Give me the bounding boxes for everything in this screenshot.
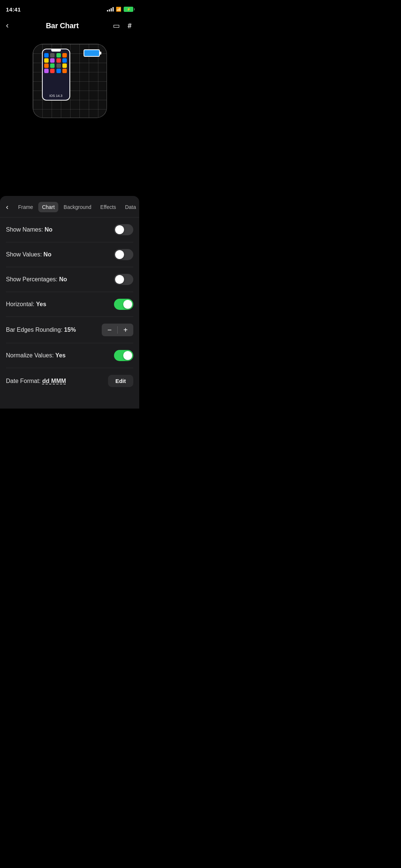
app-grid <box>43 52 69 74</box>
toggle-knob <box>115 250 124 259</box>
settings-section: Show Names: No Show Values: No Show Perc… <box>0 217 139 394</box>
tab-effects[interactable]: Effects <box>97 202 120 212</box>
show-percentages-label: Show Percentages: No <box>6 276 67 283</box>
app-icon <box>50 69 55 73</box>
tab-background[interactable]: Background <box>60 202 95 212</box>
app-icon <box>50 58 55 63</box>
app-icon <box>62 69 67 73</box>
app-icon <box>62 63 67 68</box>
show-values-toggle[interactable] <box>114 249 133 260</box>
tab-chart[interactable]: Chart <box>38 202 58 212</box>
app-icon <box>56 69 61 73</box>
black-spacer <box>0 129 139 196</box>
toggle-knob <box>115 225 124 234</box>
phone-icon[interactable]: ▭ <box>113 21 120 30</box>
signal-icon <box>107 7 114 12</box>
normalize-values-toggle[interactable] <box>114 350 133 361</box>
toggle-knob <box>115 275 124 284</box>
app-icon <box>62 53 67 58</box>
ios-label: iOS 14.3 <box>43 94 69 98</box>
wifi-icon: 📶 <box>116 7 121 12</box>
stepper-minus-button[interactable]: − <box>102 324 117 336</box>
show-names-label: Show Names: No <box>6 226 52 233</box>
app-icon <box>44 63 49 68</box>
tab-data[interactable]: Data <box>121 202 139 212</box>
back-button[interactable]: ‹ <box>6 19 12 32</box>
bottom-panel: ‹ Frame Chart Background Effects Data Sh… <box>0 196 139 409</box>
show-percentages-row: Show Percentages: No <box>6 267 133 292</box>
widget-battery-bar <box>84 49 100 57</box>
status-icons: 📶 ⚡ <box>107 7 133 12</box>
show-values-label: Show Values: No <box>6 251 51 258</box>
app-icon <box>50 53 55 58</box>
normalize-values-row: Normalize Values: Yes <box>6 343 133 368</box>
app-icon <box>44 69 49 73</box>
show-names-toggle[interactable] <box>114 224 133 235</box>
panel-back-button[interactable]: ‹ <box>3 201 12 213</box>
toggle-knob <box>123 300 132 309</box>
show-values-row: Show Values: No <box>6 242 133 267</box>
nav-right-icons: ▭ ＃ <box>113 21 133 31</box>
horizontal-row: Horizontal: Yes <box>6 292 133 317</box>
status-bar: 14:41 📶 ⚡ <box>0 0 139 16</box>
app-icon <box>56 63 61 68</box>
app-icon <box>50 63 55 68</box>
app-icon <box>56 58 61 63</box>
show-names-row: Show Names: No <box>6 217 133 242</box>
status-time: 14:41 <box>6 6 21 13</box>
stepper-plus-button[interactable]: + <box>118 324 133 336</box>
date-format-label: Date Format: dd MMM <box>6 378 66 384</box>
phone-mockup: iOS 14.3 <box>42 49 70 101</box>
tab-bar: ‹ Frame Chart Background Effects Data <box>0 196 139 217</box>
nav-header: ‹ Bar Chart ▭ ＃ <box>0 16 139 36</box>
bar-edges-rounding-label: Bar Edges Rounding: 15% <box>6 327 76 333</box>
widget-battery-indicator <box>84 49 100 57</box>
app-icon <box>56 53 61 58</box>
app-icon <box>62 58 67 63</box>
show-percentages-toggle[interactable] <box>114 274 133 285</box>
battery-icon: ⚡ <box>124 7 133 12</box>
phone-screen <box>43 52 69 75</box>
horizontal-label: Horizontal: Yes <box>6 301 46 308</box>
tab-frame[interactable]: Frame <box>14 202 37 212</box>
app-icon <box>44 53 49 58</box>
page-title: Bar Chart <box>46 22 78 30</box>
app-icon <box>44 58 49 63</box>
normalize-values-label: Normalize Values: Yes <box>6 352 66 359</box>
edit-button[interactable]: Edit <box>108 375 133 387</box>
bar-edges-stepper: − + <box>102 324 133 336</box>
toggle-knob <box>123 351 132 360</box>
bar-edges-rounding-row: Bar Edges Rounding: 15% − + <box>6 317 133 343</box>
widget-preview: iOS 14.3 <box>33 44 107 118</box>
date-format-row: Date Format: dd MMM Edit <box>6 368 133 394</box>
preview-area: iOS 14.3 <box>0 36 139 129</box>
horizontal-toggle[interactable] <box>114 299 133 310</box>
grid-icon[interactable]: ＃ <box>126 21 133 31</box>
